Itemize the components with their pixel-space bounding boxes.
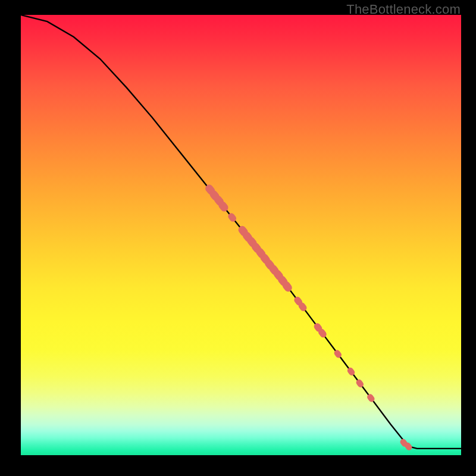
data-markers — [203, 183, 413, 452]
chart-frame: TheBottleneck.com — [0, 0, 476, 476]
chart-overlay — [21, 15, 461, 455]
plot-area — [21, 15, 461, 455]
